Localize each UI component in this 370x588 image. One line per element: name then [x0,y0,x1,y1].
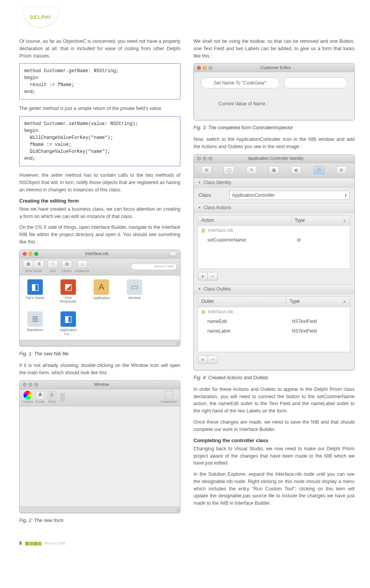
fig3-window: Customer Editor Set Name To "CodeGear" C… [193,63,355,120]
current-value-label: Current Value of Name : [201,98,286,109]
outlet-row-type: NSTextField [289,326,350,336]
minimize-icon[interactable] [29,252,32,256]
traffic-lights[interactable] [23,383,38,387]
print-icon[interactable]: ⎙ [48,391,56,399]
fig3-caption: Fig. 3: The completed form ControllerIns… [193,124,355,131]
outlet-row-name[interactable]: nameLabel [198,326,289,336]
code-block-2: method Customer.setName(value: NSString)… [19,116,180,166]
outlets-file: Interface.nib [208,309,233,315]
window-title: Application Controller Identity [214,155,351,162]
library-icon[interactable]: ▤ [61,260,72,269]
add-outlet-button[interactable]: + [198,355,208,364]
paragraph: In the Solution Explorer, expand the Int… [193,471,355,507]
window-title: Interface.nib [40,251,167,257]
inspector-tab-icon[interactable]: ⊞ [201,166,212,174]
class-actions-disclosure[interactable]: Class Actions [194,203,354,213]
outlets-col-outlet[interactable]: Outlet [198,297,286,306]
inspector-icon[interactable]: ⌕ [77,260,88,269]
minimize-icon[interactable] [203,157,207,161]
heading-completing-controller: Completing the controller class [193,437,355,444]
info-icon[interactable]: i [47,260,58,269]
empty-form-body [20,406,180,507]
close-icon[interactable] [197,66,201,70]
fig1-caption: Fig. 1: The new Nib file [19,350,180,357]
nib-first-responder[interactable]: ◩First Responder [57,279,80,304]
paragraph: On the OS X side of things, open Interfa… [19,224,180,245]
paragraph: Once these changes are made, we need to … [193,419,355,433]
class-identity-disclosure[interactable]: Class Identity [194,178,354,188]
nib-files-owner[interactable]: ◧File's Owner [24,279,47,304]
set-name-button[interactable]: Set Name To "CodeGear" [201,78,279,88]
window-title: Window [40,382,177,388]
code-block-1: method Customer.getName: NSString; begin… [19,63,180,100]
file-icon: ▦ [201,227,205,234]
colors-icon[interactable] [24,391,32,399]
minimize-icon[interactable] [203,66,207,70]
fig2-window: Window Colors AFonts ⎙Print Customize [19,380,180,513]
sort-icon[interactable]: ▲ [342,217,347,224]
remove-outlet-button[interactable]: − [208,355,218,364]
window-title: Customer Editor [214,65,351,71]
name-text-field[interactable] [284,78,347,88]
footer-magazine: MAGAZINE [45,541,66,546]
zoom-icon[interactable] [34,252,38,256]
outlet-row-type: NSTextField [289,317,350,326]
traffic-lights[interactable] [23,252,38,256]
paragraph: We shall not be using the toolbar, so th… [193,38,355,59]
section-tab: DELPHI [23,8,58,27]
nib-application[interactable]: AApplication [90,279,113,304]
close-icon[interactable] [23,252,27,256]
viewmode-icon[interactable]: ▦ [23,260,34,269]
paragraph: Now we have created a business class, we… [19,206,180,220]
action-row-type: id [294,235,350,245]
inspector-tab-icon[interactable]: ▦ [269,166,279,174]
footer-logo-icon [25,542,42,546]
paragraph: If it is not already showing, double-cli… [19,362,180,377]
fonts-icon[interactable]: A [36,391,44,399]
inspector-tab-icon[interactable]: ◐ [291,166,302,174]
nib-window[interactable]: ▭Window [123,279,146,304]
add-action-button[interactable]: + [198,272,208,280]
close-icon[interactable] [197,157,201,161]
actions-col-action[interactable]: Action [198,216,292,225]
inspector-tab-icon[interactable]: ◯ [224,166,234,174]
paragraph: However, the setter method has to contai… [19,172,180,193]
remove-action-button[interactable]: − [208,272,218,280]
paragraph: Now, switch to the ApplicationController… [193,136,355,150]
fig4-window: Application Controller Identity ⊞ ◯ ✎ ▦ … [193,154,355,370]
heading-creating-form: Creating the editing form [19,197,180,205]
nib-app-controller[interactable]: ◧Application Co… [57,311,80,336]
inspector-tab-icon[interactable]: ⚙ [336,166,347,174]
actions-file: Interface.nib [208,227,233,234]
search-input[interactable]: Search Field [131,263,177,270]
viewmode-list-icon[interactable]: ≣ [34,260,44,269]
inspector-tab-icon[interactable]: ✎ [246,166,257,174]
traffic-lights[interactable] [197,157,212,161]
outlet-row-name[interactable]: nameEdit [198,317,289,326]
toolbar-label: View Mode [25,269,42,274]
paragraph: In order for these Actions and Outlets t… [193,386,355,415]
close-icon[interactable] [23,383,27,387]
zoom-icon[interactable] [209,157,212,161]
action-row-name[interactable]: setCustomerName: [198,235,294,245]
zoom-icon[interactable] [209,66,212,70]
minimize-icon[interactable] [29,383,32,387]
paragraph: Changing back to Visual Studio, we now n… [193,445,355,467]
outlets-col-type[interactable]: Type▲ [286,297,350,306]
class-label: Class [198,192,225,199]
pill-icon[interactable] [169,252,177,256]
chevron-down-icon[interactable]: ▾ [345,192,347,199]
fig1-window: Interface.nib ▦ ≣ View Mode iInfo ▤Libra… [19,250,180,347]
traffic-lights[interactable] [197,66,212,70]
inspector-tab-identity-icon[interactable]: ⓘ [314,166,325,174]
page-footer: 6 MAGAZINE [19,540,355,547]
class-outlets-disclosure[interactable]: Class Outlets [194,284,354,294]
nib-mainmenu[interactable]: ≣MainMenu [24,311,47,336]
swatch-icon[interactable] [60,393,65,402]
paragraph: The getter method is just a simple retur… [19,105,180,112]
customize-icon[interactable] [165,391,173,399]
zoom-icon[interactable] [34,383,38,387]
class-combobox[interactable]: ApplicationController▾ [229,191,350,200]
actions-col-type[interactable]: Type▲ [292,216,350,225]
sort-icon[interactable]: ▲ [342,298,347,305]
